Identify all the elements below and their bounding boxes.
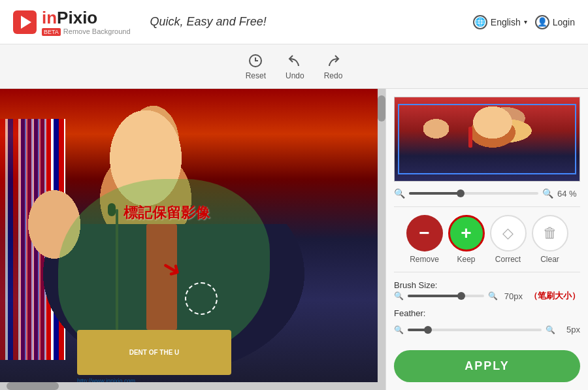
logo-subtitle: Remove Background	[63, 27, 131, 35]
main-content: 標記保留影像 ➜ DENT OF THE U http://www.inpixi…	[0, 89, 588, 390]
brush-size-annotation: （笔刷大小）	[529, 290, 580, 302]
reset-icon	[248, 53, 263, 69]
header: inPixio BETA Remove Background Quick, Ea…	[0, 0, 588, 44]
logo-area: inPixio BETA Remove Background	[13, 8, 131, 36]
clear-tool-circle: 🗑	[532, 215, 568, 252]
brush-size-control-row: 🔍 🔍 70px （笔刷大小）	[394, 290, 580, 302]
brush-size-section: Brush Size: 🔍 🔍 70px （笔刷大小）	[394, 280, 580, 302]
language-label: English	[491, 17, 521, 27]
feather-thumb[interactable]	[424, 326, 432, 334]
trash-icon: 🗑	[543, 225, 557, 242]
keep-tool-button[interactable]: + Keep	[448, 215, 485, 264]
canvas-scrollbar-vertical[interactable]	[378, 89, 385, 390]
plus-icon: +	[461, 224, 471, 242]
feather-value: 5px	[559, 325, 580, 334]
undo-label: Undo	[286, 71, 304, 80]
divider-1	[394, 206, 580, 207]
feather-slider[interactable]	[408, 329, 542, 331]
redo-label: Redo	[324, 71, 343, 80]
brush-cursor	[185, 282, 218, 315]
redo-icon	[325, 53, 341, 69]
correct-tool-button[interactable]: ◇ Correct	[490, 215, 527, 264]
chevron-down-icon: ▾	[524, 18, 527, 25]
zoom-in-icon[interactable]: 🔍	[542, 188, 553, 199]
undo-button[interactable]: Undo	[286, 53, 304, 80]
apply-button[interactable]: APPLY	[394, 350, 580, 382]
zoom-slider[interactable]	[409, 192, 538, 195]
header-right: 🌐 English ▾ 👤 Login	[473, 15, 575, 29]
brush-size-thumb[interactable]	[457, 292, 465, 300]
undo-icon	[287, 53, 302, 69]
globe-icon: 🌐	[473, 15, 487, 29]
language-button[interactable]: 🌐 English ▾	[473, 15, 527, 29]
feather-zoom-in-icon[interactable]: 🔍	[546, 325, 555, 334]
podium-text: DENT OF THE U	[129, 349, 180, 356]
zoom-percent-value: 64 %	[557, 189, 580, 199]
brush-zoom-out-icon[interactable]: 🔍	[394, 291, 404, 301]
canvas-scrollbar-thumb-v[interactable]	[378, 95, 385, 122]
logo-text: inPixio BETA Remove Background	[42, 8, 131, 36]
reset-button[interactable]: Reset	[246, 53, 266, 80]
remove-tool-circle: −	[406, 215, 443, 252]
annotation-text-chinese: 標記保留影像	[123, 203, 210, 223]
brush-size-row: Brush Size:	[394, 280, 580, 290]
feather-label-row: Feather:	[394, 308, 580, 318]
user-icon: 👤	[535, 15, 549, 29]
login-label: Login	[553, 17, 575, 27]
clear-tool-label: Clear	[540, 255, 559, 264]
brush-size-value: 70px	[502, 291, 523, 301]
login-button[interactable]: 👤 Login	[535, 15, 575, 29]
keep-tool-label: Keep	[457, 255, 475, 264]
reset-label: Reset	[246, 71, 266, 80]
toolbar: Reset Undo Redo	[0, 44, 588, 89]
logo-beta-badge: BETA	[42, 28, 61, 36]
podium: DENT OF THE U	[77, 330, 231, 375]
feather-label: Feather:	[394, 308, 443, 318]
preview-selection-box	[398, 104, 576, 174]
right-panel: 🔍 🔍 64 % − Remove + Keep	[385, 89, 588, 390]
clear-tool-button[interactable]: 🗑 Clear	[532, 215, 568, 264]
redo-button[interactable]: Redo	[324, 53, 343, 80]
remove-tool-label: Remove	[410, 255, 439, 264]
correct-tool-circle: ◇	[490, 215, 527, 252]
remove-tool-button[interactable]: − Remove	[406, 215, 443, 264]
minus-icon: −	[419, 224, 429, 242]
logo-brand: inPixio	[42, 8, 97, 28]
canvas-scrollbar-horizontal[interactable]	[0, 382, 378, 390]
zoom-row: 🔍 🔍 64 %	[394, 188, 580, 199]
brush-size-slider[interactable]	[408, 295, 484, 297]
canvas-area[interactable]: 標記保留影像 ➜ DENT OF THE U http://www.inpixi…	[0, 89, 385, 390]
canvas-image: 標記保留影像 ➜ DENT OF THE U http://www.inpixi…	[0, 89, 385, 390]
tools-row: − Remove + Keep ◇ Correct 🗑 Clea	[394, 215, 580, 264]
correct-tool-label: Correct	[495, 255, 521, 264]
feather-zoom-out-icon[interactable]: 🔍	[394, 325, 404, 334]
header-tagline: Quick, Easy and Free!	[150, 15, 267, 29]
feather-control-row: 🔍 🔍 5px	[394, 325, 580, 334]
logo-play-icon	[13, 10, 37, 34]
zoom-out-icon[interactable]: 🔍	[394, 188, 405, 199]
preview-thumbnail	[394, 97, 580, 182]
eraser-icon: ◇	[502, 225, 514, 242]
canvas-scrollbar-thumb-h[interactable]	[7, 382, 59, 390]
brush-size-label: Brush Size:	[394, 280, 443, 290]
divider-2	[394, 272, 580, 272]
brush-size-fill	[408, 295, 461, 297]
zoom-slider-thumb[interactable]	[457, 189, 465, 197]
brush-zoom-in-icon[interactable]: 🔍	[488, 291, 498, 301]
zoom-slider-fill	[409, 192, 461, 195]
keep-tool-circle: +	[448, 215, 485, 252]
